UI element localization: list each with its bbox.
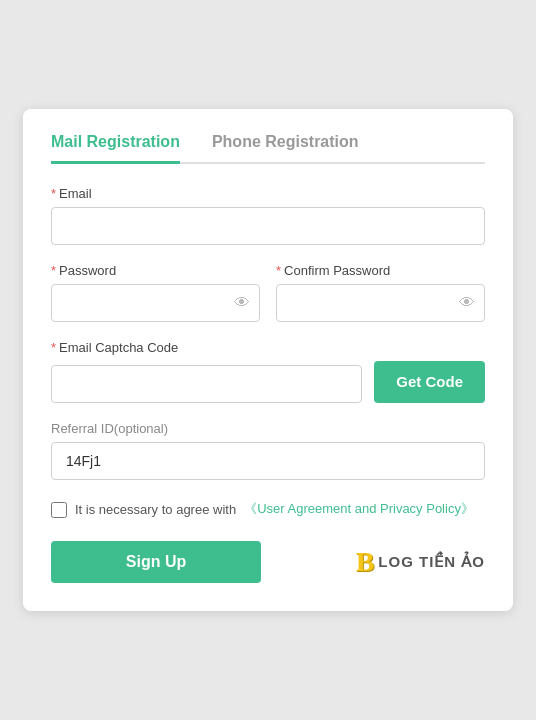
captcha-label: *Email Captcha Code xyxy=(51,340,485,355)
tab-phone[interactable]: Phone Registration xyxy=(212,133,359,164)
confirm-password-input[interactable] xyxy=(276,284,485,322)
email-label: *Email xyxy=(51,186,485,201)
password-eye-icon[interactable]: 👁 xyxy=(234,294,250,312)
agreement-link[interactable]: 《User Agreement and Privacy Policy》 xyxy=(244,500,474,518)
footer-row: Sign Up B LOG TiỀN ẢO xyxy=(51,541,485,583)
confirm-password-label: *Confirm Password xyxy=(276,263,485,278)
password-required-star: * xyxy=(51,263,56,278)
confirm-password-input-wrapper: 👁 xyxy=(276,284,485,322)
password-row: *Password 👁 *Confirm Password 👁 xyxy=(51,263,485,322)
email-input[interactable] xyxy=(51,207,485,245)
agreement-checkbox[interactable] xyxy=(51,502,67,518)
captcha-field-group: *Email Captcha Code Get Code xyxy=(51,340,485,403)
logo-text: LOG TiỀN ẢO xyxy=(378,553,485,571)
agreement-text: It is necessary to agree with xyxy=(75,500,236,520)
get-code-button[interactable]: Get Code xyxy=(374,361,485,403)
logo: B LOG TiỀN ẢO xyxy=(356,546,485,578)
confirm-required-star: * xyxy=(276,263,281,278)
sign-up-button[interactable]: Sign Up xyxy=(51,541,261,583)
captcha-row: Get Code xyxy=(51,361,485,403)
password-input-wrapper: 👁 xyxy=(51,284,260,322)
password-input[interactable] xyxy=(51,284,260,322)
captcha-required-star: * xyxy=(51,340,56,355)
referral-input[interactable] xyxy=(51,442,485,480)
registration-card: Mail Registration Phone Registration *Em… xyxy=(23,109,513,612)
referral-field-group: Referral ID(optional) xyxy=(51,421,485,480)
tab-bar: Mail Registration Phone Registration xyxy=(51,133,485,164)
confirm-password-field-group: *Confirm Password 👁 xyxy=(276,263,485,322)
email-required-star: * xyxy=(51,186,56,201)
captcha-input-wrapper xyxy=(51,365,362,403)
confirm-eye-icon[interactable]: 👁 xyxy=(459,294,475,312)
agreement-row: It is necessary to agree with 《User Agre… xyxy=(51,500,485,520)
password-field-group: *Password 👁 xyxy=(51,263,260,322)
tab-mail[interactable]: Mail Registration xyxy=(51,133,180,164)
captcha-input[interactable] xyxy=(51,365,362,403)
logo-text-group: LOG TiỀN ẢO xyxy=(378,553,485,571)
password-label: *Password xyxy=(51,263,260,278)
referral-label: Referral ID(optional) xyxy=(51,421,485,436)
email-field-group: *Email xyxy=(51,186,485,245)
logo-b: B xyxy=(356,546,375,578)
